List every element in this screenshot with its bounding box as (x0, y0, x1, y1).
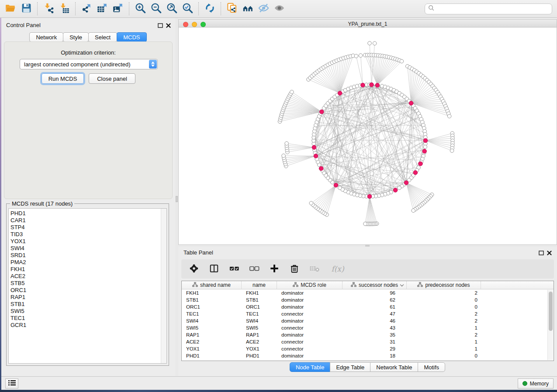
mcds-node[interactable] (423, 138, 428, 143)
cell-predecessor_nodes[interactable]: 1 (407, 324, 481, 331)
tab-mcds[interactable]: MCDS (117, 32, 146, 42)
tab-edge-table[interactable]: Edge Table (330, 362, 370, 372)
mcds-node[interactable] (312, 145, 316, 150)
mcds-list-scrollbar[interactable] (161, 209, 166, 363)
cell-name[interactable]: SWI5 (242, 324, 277, 331)
cell-mcds_role[interactable]: dominator (277, 331, 343, 338)
mcds-node[interactable] (319, 166, 323, 171)
mcds-node[interactable] (367, 194, 372, 199)
task-history-button[interactable] (5, 378, 18, 389)
cell-successor_nodes[interactable]: 47 (343, 310, 407, 317)
list-item[interactable]: PMA2 (10, 259, 159, 266)
delete-column-button[interactable] (288, 262, 301, 275)
table-row[interactable]: TEC1TEC1connector472 (182, 310, 554, 317)
tab-motifs[interactable]: Motifs (418, 362, 445, 372)
table-row[interactable]: SWI5SWI5connector431 (182, 324, 554, 331)
first-neighbors-button[interactable] (240, 1, 256, 16)
cell-predecessor_nodes[interactable]: 2 (407, 331, 481, 338)
mcds-node[interactable] (393, 188, 398, 193)
cell-successor_nodes[interactable]: 61 (343, 303, 407, 310)
cell-name[interactable]: YOX1 (242, 345, 277, 352)
zoom-in-button[interactable] (132, 1, 148, 16)
float-panel-icon[interactable] (539, 249, 544, 257)
tab-network[interactable]: Network (29, 32, 63, 42)
hide-selected-button[interactable] (256, 1, 271, 16)
list-item[interactable]: ACE2 (10, 273, 159, 280)
cell-mcds_role[interactable]: connector (277, 345, 343, 352)
cell-successor_nodes[interactable]: 29 (343, 345, 407, 352)
cell-shared_name[interactable]: RAP1 (182, 331, 242, 338)
mcds-node[interactable] (413, 171, 418, 175)
delete-table-button[interactable] (308, 262, 321, 275)
memory-button[interactable]: Memory (518, 378, 554, 389)
cell-shared_name[interactable]: YOX1 (182, 345, 242, 352)
list-item[interactable]: RAP1 (10, 294, 159, 301)
mcds-node[interactable] (375, 83, 380, 87)
table-row[interactable]: FKH1FKH1dominator962 (182, 289, 554, 296)
list-item[interactable]: SWI5 (10, 308, 159, 315)
cell-shared_name[interactable]: TEC1 (182, 310, 242, 317)
list-item[interactable]: ORC1 (10, 287, 159, 294)
tab-node-table[interactable]: Node Table (290, 362, 331, 372)
search-input[interactable] (435, 6, 549, 12)
zoom-fit-button[interactable] (164, 1, 180, 16)
column-header-shared_name[interactable]: shared name (182, 281, 242, 289)
mcds-node[interactable] (370, 83, 374, 87)
splitter-grip[interactable] (176, 196, 178, 202)
cell-shared_name[interactable]: ORC1 (182, 303, 242, 310)
cell-shared_name[interactable]: STB1 (182, 296, 242, 303)
table-row[interactable]: RAP1RAP1dominator352 (182, 331, 554, 338)
list-item[interactable]: STB5 (10, 280, 159, 287)
cell-shared_name[interactable]: PHD1 (182, 352, 242, 359)
cell-successor_nodes[interactable]: 18 (343, 352, 407, 359)
cell-name[interactable]: RAP1 (242, 331, 277, 338)
cell-predecessor_nodes[interactable]: 2 (407, 310, 481, 317)
network-view-canvas[interactable] (179, 28, 557, 244)
mcds-node[interactable] (409, 101, 413, 106)
list-item[interactable]: STP4 (10, 224, 159, 231)
column-header-name[interactable]: name (242, 281, 277, 289)
import-table-button[interactable] (56, 1, 72, 16)
tab-select[interactable]: Select (88, 32, 117, 42)
import-network-button[interactable] (41, 1, 56, 16)
list-item[interactable]: SWI4 (10, 245, 159, 252)
select-all-button[interactable] (228, 262, 241, 275)
cell-name[interactable]: SWI4 (242, 317, 277, 324)
apply-layout-button[interactable] (202, 1, 218, 16)
list-item[interactable]: SRD1 (10, 252, 159, 259)
add-column-button[interactable] (268, 262, 281, 275)
mcds-node[interactable] (338, 91, 342, 96)
table-row[interactable]: STB1STB1dominator620 (182, 296, 554, 303)
cell-predecessor_nodes[interactable]: 1 (407, 338, 481, 345)
cell-predecessor_nodes[interactable]: 2 (407, 317, 481, 324)
cell-successor_nodes[interactable]: 46 (343, 317, 407, 324)
export-network-button[interactable] (79, 1, 94, 16)
tab-network-table[interactable]: Network Table (370, 362, 418, 372)
table-options-button[interactable] (187, 262, 201, 275)
cell-mcds_role[interactable]: connector (277, 324, 343, 331)
save-session-button[interactable] (18, 1, 34, 16)
cell-mcds_role[interactable]: dominator (277, 352, 343, 359)
tab-style[interactable]: Style (63, 32, 89, 42)
vertical-splitter[interactable] (175, 18, 178, 376)
list-item[interactable]: GCR1 (10, 322, 159, 329)
cell-shared_name[interactable]: SWI4 (182, 317, 242, 324)
cell-successor_nodes[interactable]: 35 (343, 331, 407, 338)
mcds-node[interactable] (422, 149, 427, 154)
mcds-node[interactable] (361, 83, 365, 87)
mcds-node[interactable] (334, 183, 338, 187)
cell-shared_name[interactable]: SWI5 (182, 324, 242, 331)
cell-mcds_role[interactable]: dominator (277, 296, 343, 303)
deselect-all-button[interactable] (248, 262, 261, 275)
export-image-button[interactable] (110, 1, 126, 16)
mcds-node[interactable] (314, 154, 318, 158)
cell-predecessor_nodes[interactable]: 0 (407, 296, 481, 303)
cell-name[interactable]: STB1 (242, 296, 277, 303)
list-item[interactable]: CAR1 (10, 217, 159, 224)
column-header-successor_nodes[interactable]: successor nodes (343, 281, 407, 289)
scrollbar-thumb[interactable] (549, 292, 553, 331)
open-file-button[interactable] (3, 1, 18, 16)
cell-successor_nodes[interactable]: 43 (343, 324, 407, 331)
cell-name[interactable]: PHD1 (242, 352, 277, 359)
show-columns-button[interactable] (208, 262, 221, 275)
